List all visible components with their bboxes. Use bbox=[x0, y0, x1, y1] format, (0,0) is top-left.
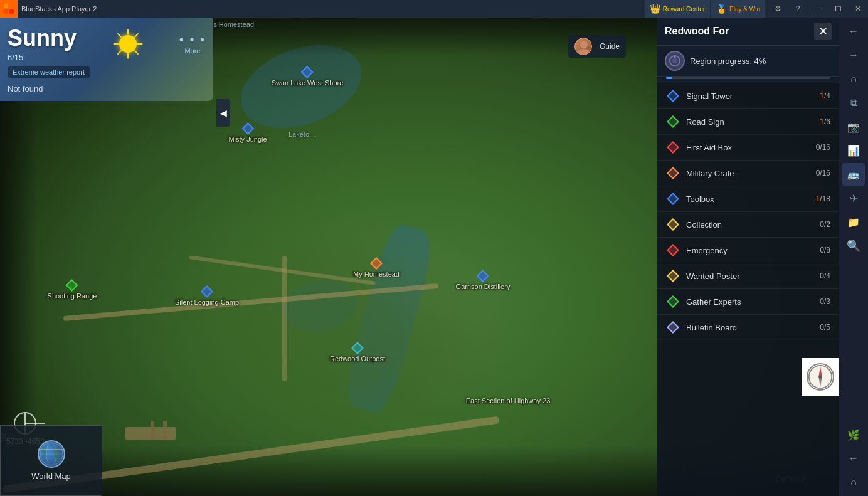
bs-forward-btn[interactable]: → bbox=[842, 44, 865, 66]
weather-condition: Sunny bbox=[8, 25, 77, 51]
bs-window-btn[interactable]: ⧉ bbox=[842, 92, 865, 114]
bs-home-btn[interactable]: ⌂ bbox=[842, 68, 865, 90]
bs-screenshot-btn[interactable]: 📷 bbox=[842, 115, 865, 138]
panel-close-btn[interactable]: ✕ bbox=[814, 23, 832, 40]
item-icon bbox=[666, 140, 680, 154]
item-row[interactable]: Gather Experts0/3 bbox=[657, 289, 839, 315]
svg-line-9 bbox=[135, 51, 138, 54]
right-panel: Redwood For ✕ Region progress: 4% Signal… bbox=[657, 18, 839, 496]
extreme-weather-btn[interactable]: Extreme weather report bbox=[8, 66, 90, 78]
guide-label: Guide bbox=[600, 42, 620, 51]
item-count: 0/2 bbox=[820, 220, 830, 229]
svg-point-21 bbox=[674, 56, 676, 58]
bs-eco-btn[interactable]: 🌿 bbox=[842, 423, 865, 446]
world-map-button[interactable]: World Map bbox=[0, 425, 102, 496]
item-count: 0/4 bbox=[820, 272, 830, 280]
item-name: Wanted Poster bbox=[686, 272, 813, 281]
close-btn[interactable]: ✕ bbox=[848, 0, 868, 18]
item-name: Road Sign bbox=[686, 117, 813, 127]
item-count: 1/18 bbox=[816, 194, 830, 203]
item-icon bbox=[666, 192, 680, 206]
lakeshore-label: Laketo... bbox=[288, 130, 315, 138]
bs-sidebar: ← → ⌂ ⧉ 📷 📊 🚌 ✈ 📁 🔍 🌿 ← ⌂ bbox=[839, 18, 868, 496]
item-name: Military Crate bbox=[686, 169, 810, 178]
item-icon bbox=[666, 320, 680, 334]
bs-performance-btn[interactable]: 📊 bbox=[842, 139, 865, 162]
panel-header: Redwood For ✕ bbox=[657, 18, 839, 46]
play-win-btn[interactable]: 🏅 Play & Win bbox=[711, 0, 765, 18]
weather-count: 6/15 bbox=[8, 53, 77, 62]
bs-media-btn[interactable]: 🚌 bbox=[842, 163, 865, 186]
item-icon bbox=[666, 295, 680, 309]
item-row[interactable]: Toolbox1/18 bbox=[657, 186, 839, 212]
compass-icon bbox=[807, 363, 834, 391]
svg-line-11 bbox=[118, 51, 121, 54]
item-name: Signal Tower bbox=[686, 92, 813, 101]
item-count: 0/3 bbox=[820, 297, 830, 306]
svg-line-10 bbox=[135, 34, 138, 37]
item-row[interactable]: Bulletin Board0/5 bbox=[657, 315, 839, 340]
item-name: Bulletin Board bbox=[686, 323, 813, 332]
sun-icon bbox=[113, 29, 143, 59]
more-label: More bbox=[179, 47, 206, 55]
weather-panel: Sunny 6/15 • • • More bbox=[0, 18, 213, 101]
item-row[interactable]: Signal Tower1/4 bbox=[657, 83, 839, 109]
app-icon bbox=[0, 0, 18, 18]
progress-fill bbox=[666, 77, 672, 79]
svg-line-8 bbox=[118, 34, 121, 37]
item-icon bbox=[666, 115, 680, 129]
app-title: BlueStacks App Player 2 bbox=[21, 5, 645, 13]
item-name: Emergency bbox=[686, 246, 813, 255]
item-row[interactable]: First Aid Box0/16 bbox=[657, 135, 839, 161]
bs-back-btn[interactable]: ← bbox=[842, 20, 865, 43]
bs-macro-btn[interactable]: ✈ bbox=[842, 187, 865, 209]
item-row[interactable]: Collection0/2 bbox=[657, 212, 839, 238]
item-name: Gather Experts bbox=[686, 297, 813, 307]
svg-rect-2 bbox=[4, 9, 8, 14]
bs-files-btn[interactable]: 📁 bbox=[842, 211, 865, 233]
collapse-panel-btn[interactable]: ◀ bbox=[216, 99, 230, 127]
region-icon bbox=[665, 51, 685, 71]
svg-rect-3 bbox=[9, 9, 14, 14]
panel-title: Redwood For bbox=[665, 26, 729, 37]
item-name: Toolbox bbox=[686, 194, 810, 204]
world-map-label: World Map bbox=[31, 472, 71, 481]
more-dots-icon: • • • bbox=[179, 33, 206, 47]
item-row[interactable]: Wanted Poster0/4 bbox=[657, 263, 839, 289]
item-count: 0/5 bbox=[820, 323, 830, 332]
guide-button[interactable]: Redwood For Guide bbox=[568, 35, 626, 58]
region-progress-text: Region progress: 4% bbox=[690, 56, 766, 66]
bs-nav-home-btn[interactable]: ⌂ bbox=[842, 471, 865, 493]
svg-rect-1 bbox=[9, 4, 14, 8]
bs-nav-back-btn[interactable]: ← bbox=[842, 447, 865, 470]
item-icon bbox=[666, 166, 680, 180]
bs-search-btn[interactable]: 🔍 bbox=[842, 235, 865, 257]
restore-btn[interactable]: ⧠ bbox=[828, 0, 848, 18]
svg-point-17 bbox=[580, 41, 588, 48]
item-row[interactable]: Military Crate0/16 bbox=[657, 161, 839, 186]
svg-rect-0 bbox=[4, 4, 8, 8]
item-icon bbox=[666, 218, 680, 231]
item-count: 0/8 bbox=[820, 246, 830, 255]
item-row[interactable]: Road Sign1/6 bbox=[657, 109, 839, 135]
minimize-btn[interactable]: — bbox=[808, 0, 828, 18]
region-progress: Region progress: 4% bbox=[657, 46, 839, 77]
reward-center-btn[interactable]: 👑 Reward Center bbox=[645, 0, 710, 18]
globe-icon bbox=[38, 440, 65, 468]
items-list: Signal Tower1/4Road Sign1/6First Aid Box… bbox=[657, 83, 839, 458]
more-section[interactable]: • • • More bbox=[179, 33, 206, 55]
item-count: 1/4 bbox=[820, 92, 830, 100]
svg-point-18 bbox=[578, 49, 590, 55]
settings-btn[interactable]: ⚙ bbox=[768, 0, 788, 18]
item-row[interactable]: Emergency0/8 bbox=[657, 238, 839, 263]
not-found-text: Not found bbox=[8, 84, 206, 93]
item-count: 0/16 bbox=[816, 169, 830, 177]
guide-avatar bbox=[574, 38, 592, 55]
item-count: 0/16 bbox=[816, 143, 830, 152]
item-icon bbox=[666, 269, 680, 283]
svg-point-20 bbox=[672, 58, 677, 63]
help-btn[interactable]: ? bbox=[788, 0, 808, 18]
item-count: 1/6 bbox=[820, 117, 830, 126]
progress-bar bbox=[666, 77, 830, 79]
titlebar: BlueStacks App Player 2 👑 Reward Center … bbox=[0, 0, 868, 18]
